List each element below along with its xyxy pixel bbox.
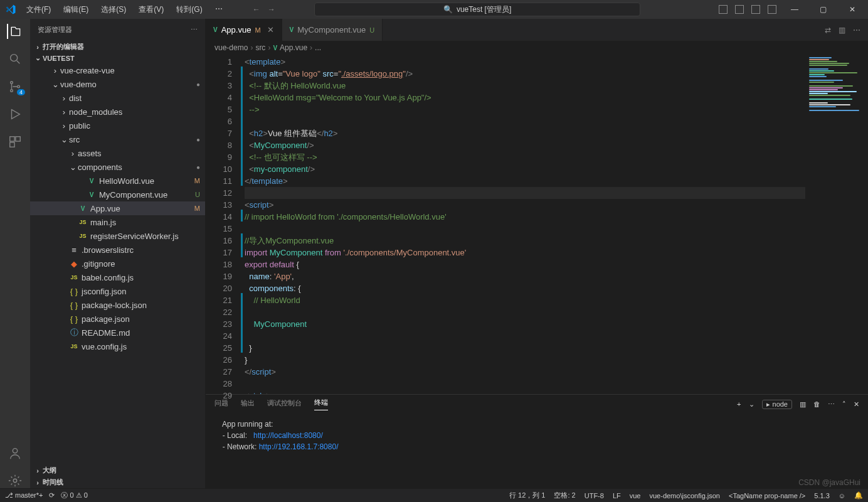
folder-dist[interactable]: ›dist [30,91,205,105]
window-close-icon[interactable]: ✕ [842,5,863,14]
status-encoding[interactable]: UTF-8 [585,492,604,499]
file-main.js[interactable]: JSmain.js [30,215,205,229]
status-sync-icon[interactable]: ⟳ [49,491,55,499]
status-eol[interactable]: LF [613,492,621,499]
window-maximize-icon[interactable]: ▢ [813,5,834,14]
minimap[interactable] [805,55,868,394]
menu-edit[interactable]: 编辑(E) [58,2,93,18]
menu-selection[interactable]: 选择(S) [96,2,131,18]
svg-point-0 [11,55,18,61]
svg-rect-4 [10,137,14,141]
panel-more-icon[interactable]: ⋯ [828,400,835,409]
activity-run-debug-icon[interactable] [8,107,23,122]
panel-close-icon[interactable]: ✕ [854,400,859,409]
status-spaces[interactable]: 空格: 2 [554,491,575,500]
panel-tab-debug[interactable]: 调试控制台 [267,398,302,410]
layout-sidebar-left-icon[interactable] [719,5,728,14]
svg-point-8 [13,479,17,483]
tab-more-icon[interactable]: ⋯ [853,26,860,35]
activity-explorer-icon[interactable] [7,24,22,39]
folder-vue-create-vue[interactable]: ›vue-create-vue [30,63,205,77]
status-version[interactable]: 5.1.3 [814,492,829,499]
svg-point-7 [13,449,17,453]
file-package.json[interactable]: { }package.json [30,312,205,326]
status-feedback-icon[interactable]: ☺ [839,492,845,499]
vue-file-icon: V [273,45,277,51]
status-tsconfig[interactable]: vue-demo\jsconfig.json [649,492,720,499]
file-babel.config.js[interactable]: JSbabel.config.js [30,270,205,284]
command-center[interactable]: 🔍 vueTest [管理员] [314,3,640,16]
compare-changes-icon[interactable]: ⇄ [825,26,831,35]
section-outline[interactable]: ›大纲 [30,464,205,476]
section-open-editors[interactable]: ›打开的编辑器 [30,41,205,53]
layout-sidebar-right-icon[interactable] [751,5,760,14]
folder-node_modules[interactable]: ›node_modules [30,105,205,119]
file-MyComponent.vue[interactable]: VMyComponent.vueU [30,188,205,201]
file-App.vue[interactable]: VApp.vueM [30,201,205,215]
watermark: CSDN @javaGHui [798,478,860,487]
folder-assets[interactable]: ›assets [30,146,205,160]
folder-src[interactable]: ⌄src● [30,132,205,146]
terminal-profile[interactable]: ▸node [762,400,792,409]
file-HelloWorld.vue[interactable]: VHelloWorld.vueM [30,174,205,188]
activity-account-icon[interactable] [8,446,23,461]
activity-bar: 4 [0,19,30,488]
panel-maximize-icon[interactable]: ˄ [842,400,846,409]
explorer-sidebar: 资源管理器 ⋯ ›打开的编辑器 ⌄VUETEST ›vue-create-vue… [30,19,206,488]
status-language[interactable]: vue [630,492,641,499]
file-registerServiceWorker.js[interactable]: JSregisterServiceWorker.js [30,229,205,243]
nav-back-icon[interactable]: ← [253,5,260,14]
layout-customize-icon[interactable] [768,5,776,14]
svg-rect-6 [10,142,14,147]
activity-settings-icon[interactable] [8,473,23,488]
terminal-new-icon[interactable]: + [737,400,741,408]
section-project[interactable]: ⌄VUETEST [30,53,205,63]
sidebar-title: 资源管理器 [38,25,72,35]
folder-public[interactable]: ›public [30,119,205,132]
activity-extensions-icon[interactable] [8,134,23,149]
section-timeline[interactable]: ›时间线 [30,476,205,488]
terminal-kill-icon[interactable]: 🗑 [813,400,820,408]
terminal-split-icon[interactable]: ▥ [800,400,806,409]
breadcrumb[interactable]: vue-demo› src› V App.vue› ... [206,41,868,55]
file-.gitignore[interactable]: ◆.gitignore [30,257,205,270]
sidebar-more-icon[interactable]: ⋯ [191,26,198,34]
menu-go[interactable]: 转到(G) [171,2,207,18]
menu-bar: 文件(F) 编辑(E) 选择(S) 查看(V) 转到(G) ⋯ [21,2,228,18]
code-editor[interactable]: <template> <img alt="Vue logo" src="./as… [245,55,805,394]
tab-MyComponent.vue[interactable]: VMyComponent.vueU [282,19,383,41]
command-center-text: vueTest [管理员] [457,4,511,15]
menu-file[interactable]: 文件(F) [21,2,56,18]
status-cursor[interactable]: 行 12，列 1 [509,491,545,500]
tab-close-icon[interactable]: ✕ [267,25,274,35]
panel-tab-terminal[interactable]: 终端 [314,398,328,410]
terminal-dropdown-icon[interactable]: ⌄ [749,400,754,409]
nav-forward-icon[interactable]: → [268,5,275,14]
file-jsconfig.json[interactable]: { }jsconfig.json [30,284,205,298]
file-README.md[interactable]: ⓘREADME.md [30,326,205,339]
file-.browserslistrc[interactable]: ≡.browserslistrc [30,243,205,257]
menu-more-icon[interactable]: ⋯ [210,2,228,18]
activity-source-control-icon[interactable]: 4 [8,79,23,94]
menu-view[interactable]: 查看(V) [134,2,169,18]
layout-panel-icon[interactable] [735,5,744,14]
svg-point-3 [18,85,20,88]
terminal-output[interactable]: App running at: - Local: http://localhos… [206,414,868,488]
svg-point-2 [11,90,13,92]
file-vue.config.js[interactable]: JSvue.config.js [30,339,205,353]
status-problems[interactable]: ⓧ 0 ⚠ 0 [61,491,87,500]
status-branch[interactable]: ⎇ master*+ [5,491,43,499]
file-package-lock.json[interactable]: { }package-lock.json [30,298,205,312]
file-tree: ›vue-create-vue⌄vue-demo●›dist›node_modu… [30,63,205,353]
status-bell-icon[interactable]: 🔔 [854,491,863,499]
activity-search-icon[interactable] [8,51,23,67]
folder-vue-demo[interactable]: ⌄vue-demo● [30,77,205,91]
scm-badge: 4 [17,89,25,95]
search-icon: 🔍 [443,5,453,14]
tab-App.vue[interactable]: VApp.vueM✕ [206,19,282,41]
window-minimize-icon[interactable]: — [784,5,805,14]
split-editor-icon[interactable]: ▥ [839,26,845,35]
folder-components[interactable]: ⌄components● [30,160,205,174]
status-tagname[interactable]: <TagName prop-name /> [729,492,805,499]
bottom-panel: 问题 输出 调试控制台 终端 + ⌄ ▸node ▥ 🗑 ⋯ ˄ ✕ App r… [206,394,868,488]
